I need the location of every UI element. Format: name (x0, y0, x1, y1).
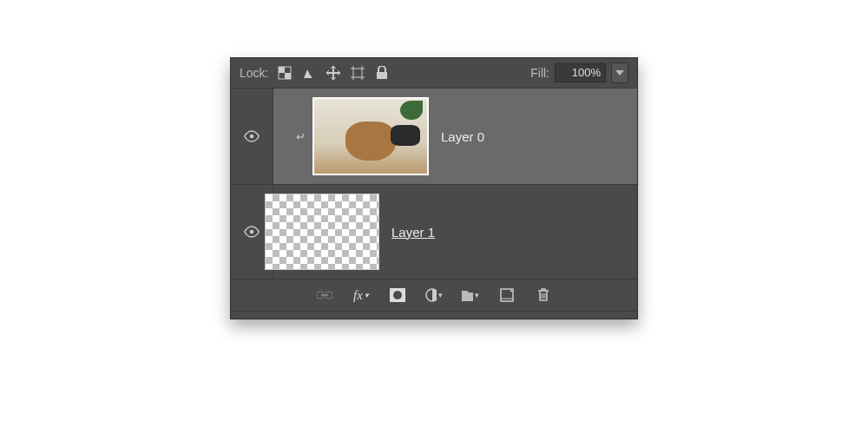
panel-resize-handle[interactable] (231, 311, 637, 319)
adjustment-layer-icon[interactable]: ▾ (425, 286, 443, 304)
lock-image-pixels-icon[interactable] (301, 65, 317, 81)
fill-dropdown[interactable] (611, 62, 628, 83)
layer-thumbnail-1[interactable] (265, 194, 379, 270)
svg-rect-9 (321, 294, 328, 296)
layer-thumbnail-0[interactable] (312, 97, 429, 175)
lock-all-icon[interactable] (374, 65, 390, 81)
delete-layer-icon[interactable] (535, 286, 552, 304)
layer-visibility-0[interactable] (231, 89, 273, 184)
svg-rect-2 (285, 73, 291, 79)
layer-name-0[interactable]: Layer 0 (441, 129, 484, 144)
svg-point-6 (250, 230, 254, 234)
lock-artboard-icon[interactable] (350, 65, 365, 81)
layer-row-0[interactable]: ↵ Layer 0 (231, 89, 637, 185)
eye-icon (244, 128, 260, 144)
link-layers-icon[interactable] (316, 286, 333, 304)
layer-fx-icon[interactable]: fx▾ (352, 286, 370, 304)
lock-transparent-pixels-icon[interactable] (277, 65, 293, 81)
fill-label: Fill: (530, 66, 549, 80)
layers-panel: Lock: Fill: 100% ↵ (230, 57, 638, 319)
new-group-icon[interactable]: ▾ (462, 286, 479, 304)
svg-point-11 (393, 291, 402, 299)
layers-panel-footer: fx▾ ▾ ▾ (231, 279, 637, 311)
add-mask-icon[interactable] (389, 286, 406, 304)
svg-point-5 (250, 135, 254, 139)
svg-rect-1 (279, 67, 285, 73)
svg-rect-4 (377, 72, 387, 79)
layer-row-1[interactable]: Layer 1 (231, 185, 637, 279)
lock-label: Lock: (240, 66, 268, 80)
lock-position-icon[interactable] (326, 65, 341, 81)
lock-bar: Lock: Fill: 100% (231, 58, 637, 89)
chevron-down-icon (615, 70, 624, 76)
layer-name-1[interactable]: Layer 1 (391, 225, 435, 240)
fill-value[interactable]: 100% (555, 63, 606, 82)
clipping-indicator-icon: ↵ (296, 130, 306, 143)
new-layer-icon[interactable] (498, 286, 516, 304)
eye-icon (244, 224, 260, 240)
fill-control: Fill: 100% (530, 62, 628, 83)
svg-rect-3 (353, 69, 362, 77)
